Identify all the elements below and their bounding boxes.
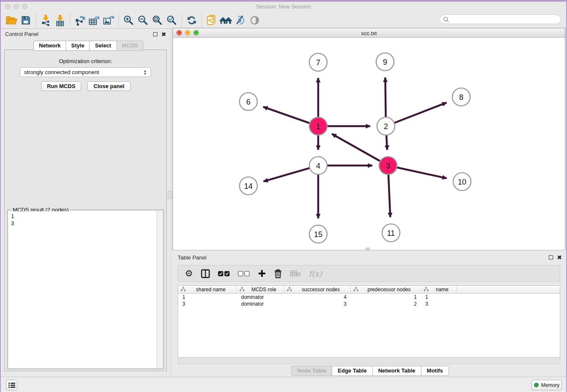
zoom-selected-icon[interactable]	[165, 14, 179, 27]
select-stepper-icon: ▲▼	[142, 69, 148, 76]
export-image-icon[interactable]	[102, 14, 116, 27]
network-window-titlebar[interactable]: × − + scc.txt	[173, 28, 565, 38]
node-8[interactable]: 8	[452, 88, 470, 106]
control-tab-network[interactable]: Network	[33, 41, 66, 51]
result-scrollbar[interactable]	[157, 211, 162, 368]
zoom-out-icon[interactable]	[136, 14, 150, 27]
table-rows: 1dominator4113dominator323	[178, 294, 560, 307]
birds-eye-icon[interactable]	[248, 14, 262, 27]
cell-successor-nodes[interactable]: 4	[284, 294, 351, 301]
node-3[interactable]: 3	[379, 157, 397, 174]
network-window: × − + scc.txt 7968124314101511	[173, 28, 565, 250]
main-titlebar: Session: New Session	[1, 2, 566, 12]
mcds-result-box: MCDS result (2 nodes) 1 3	[7, 210, 164, 369]
panel-splitter-handle[interactable]	[168, 191, 172, 199]
show-graphics-details-icon[interactable]	[233, 14, 248, 27]
table-tab-motifs[interactable]: Motifs	[421, 366, 449, 376]
svg-text:10: 10	[458, 178, 466, 186]
column-header-shared-name[interactable]: shared name	[178, 286, 237, 293]
cell-MCDS-role[interactable]: dominator	[237, 294, 284, 301]
table-options-icon[interactable]: ⚙	[185, 268, 193, 279]
deselect-all-checks-icon[interactable]	[238, 271, 250, 276]
zoom-in-icon[interactable]	[121, 14, 136, 27]
search-field[interactable]	[440, 14, 561, 24]
node-10[interactable]: 10	[453, 173, 471, 190]
svg-text:9: 9	[383, 58, 387, 66]
delete-row-icon[interactable]	[274, 269, 282, 278]
control-panel-tabs: NetworkStyleSelectMCDS	[34, 41, 143, 51]
save-session-icon[interactable]	[19, 14, 33, 27]
apply-layout-icon[interactable]	[184, 14, 199, 27]
node-15[interactable]: 15	[309, 225, 327, 243]
column-header-name[interactable]: name	[421, 286, 457, 293]
cell-predecessor-nodes[interactable]: 1	[351, 294, 421, 301]
node-14[interactable]: 14	[239, 177, 257, 195]
cell-name[interactable]: 1	[421, 294, 457, 301]
control-tab-mcds[interactable]: MCDS	[116, 41, 143, 51]
node-1[interactable]: 1	[309, 117, 327, 135]
edge-2-8[interactable]	[394, 102, 447, 123]
edge-1-6[interactable]	[263, 107, 310, 123]
column-header-predecessor-nodes[interactable]: predecessor nodes	[351, 286, 421, 293]
table-tab-edge-table[interactable]: Edge Table	[332, 366, 372, 376]
table-toolbar: ⚙ f(x)	[178, 265, 560, 282]
cell-shared-name[interactable]: 1	[178, 294, 237, 301]
criterion-select[interactable]: strongly connected component ▲▼	[20, 67, 151, 77]
show-columns-icon[interactable]	[201, 269, 210, 278]
table-scroll-strip[interactable]	[178, 358, 560, 364]
column-header-MCDS-role[interactable]: MCDS role	[237, 286, 284, 293]
list-icon	[8, 382, 15, 388]
edge-4-14[interactable]	[264, 168, 310, 182]
add-column-icon[interactable]	[258, 269, 266, 278]
zoom-fit-icon[interactable]	[150, 14, 165, 27]
edge-3-10[interactable]	[396, 167, 447, 178]
search-input[interactable]	[451, 17, 557, 22]
node-4[interactable]: 4	[309, 157, 327, 174]
network-canvas[interactable]: 7968124314101511	[173, 38, 565, 250]
edge-3-11[interactable]	[388, 174, 390, 217]
table-tab-network-table[interactable]: Network Table	[372, 366, 421, 376]
memory-button[interactable]: Memory	[531, 380, 562, 390]
clone-network-icon[interactable]	[204, 14, 219, 27]
close-table-panel-icon[interactable]: ✖	[557, 255, 562, 259]
close-panel-button[interactable]: Close panel	[87, 81, 131, 91]
flatten-hierarchy-icon	[181, 287, 186, 293]
table-row[interactable]: 3dominator323	[178, 301, 560, 307]
export-network-icon[interactable]	[73, 14, 87, 27]
control-tab-style[interactable]: Style	[66, 41, 90, 51]
open-session-icon[interactable]	[4, 14, 19, 27]
memory-status-icon	[534, 383, 539, 387]
edge-2-9[interactable]	[385, 77, 385, 118]
column-header-successor-nodes[interactable]: successor nodes	[284, 286, 351, 293]
reset-panels-icon[interactable]	[219, 14, 233, 27]
float-panel-icon[interactable]	[153, 32, 157, 36]
table-panel-title: Table Panel	[178, 254, 206, 261]
network-resize-grip[interactable]	[366, 248, 370, 250]
cell-predecessor-nodes[interactable]: 2	[351, 301, 421, 307]
cell-successor-nodes[interactable]: 3	[284, 301, 351, 307]
table-tab-node-table[interactable]: Node Table	[291, 366, 332, 376]
node-2[interactable]: 2	[377, 117, 395, 135]
import-network-icon[interactable]	[39, 14, 53, 27]
delete-column-icon[interactable]	[290, 270, 301, 277]
control-tab-select[interactable]: Select	[89, 41, 116, 51]
run-mcds-button[interactable]: Run MCDS	[41, 81, 81, 91]
close-panel-icon[interactable]: ✖	[161, 32, 166, 36]
task-history-button[interactable]	[6, 380, 17, 390]
cell-MCDS-role[interactable]: dominator	[237, 301, 284, 307]
select-all-checks-icon[interactable]	[218, 271, 230, 276]
import-table-icon[interactable]	[53, 14, 67, 27]
apply-function-icon[interactable]: f(x)	[309, 269, 322, 278]
cell-name[interactable]: 3	[421, 301, 457, 307]
table-row[interactable]: 1dominator411	[178, 294, 560, 301]
node-11[interactable]: 11	[382, 224, 400, 242]
export-table-icon[interactable]	[87, 14, 102, 27]
mcds-result-list[interactable]: 1 3	[8, 211, 157, 368]
edge-2-3[interactable]	[386, 135, 387, 150]
node-6[interactable]: 6	[239, 93, 257, 110]
float-table-panel-icon[interactable]	[549, 255, 553, 259]
cell-shared-name[interactable]: 3	[178, 301, 237, 307]
edge-3-1[interactable]	[332, 134, 380, 161]
node-7[interactable]: 7	[309, 53, 327, 71]
node-9[interactable]: 9	[376, 53, 394, 71]
